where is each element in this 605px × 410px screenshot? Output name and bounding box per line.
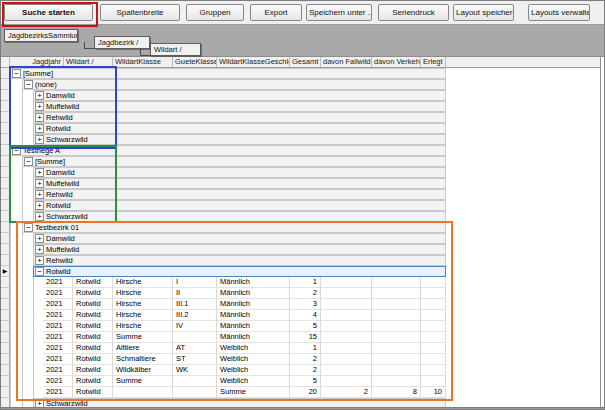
cell-wildartklassegeschlecht[interactable]: Summe bbox=[217, 387, 290, 398]
group-row-muffelwild[interactable]: +Muffelwild bbox=[1, 244, 446, 255]
cell-erlegt[interactable] bbox=[421, 277, 446, 288]
group-row-rotwild[interactable]: +Rotwild bbox=[1, 123, 446, 134]
cell-jagdjahr[interactable]: 2021 bbox=[43, 288, 73, 299]
expand-group-icon[interactable]: + bbox=[35, 179, 44, 188]
collapse-group-icon[interactable]: − bbox=[24, 157, 33, 166]
cell-davon-verkehr[interactable] bbox=[372, 310, 421, 321]
collapse-group-icon[interactable]: − bbox=[24, 80, 33, 89]
group-row-box[interactable]: +Rehwild bbox=[33, 255, 446, 266]
cell-wildartklassegeschlecht[interactable]: Weiblich bbox=[217, 376, 290, 387]
cell-davon-verkehr[interactable] bbox=[372, 288, 421, 299]
group-row-box[interactable]: +Muffelwild bbox=[33, 178, 446, 189]
cell-gueteklasse[interactable]: III.1 bbox=[173, 299, 217, 310]
cell-jagdjahr[interactable]: 2021 bbox=[43, 277, 73, 288]
expand-group-icon[interactable]: + bbox=[35, 135, 44, 144]
cell-jagdjahr[interactable]: 2021 bbox=[43, 365, 73, 376]
column-header-davon-verkehr[interactable]: davon Verkehr bbox=[372, 57, 421, 67]
cell-wildartklasse[interactable]: Hirsche bbox=[113, 321, 173, 332]
cell-gesamt[interactable]: 2 bbox=[290, 288, 321, 299]
cell-gueteklasse[interactable]: ST bbox=[173, 354, 217, 365]
group-row-box[interactable]: +Damwild bbox=[33, 167, 446, 178]
cell-jagdjahr[interactable]: 2021 bbox=[43, 354, 73, 365]
group-row-testbezirk-01[interactable]: −Testbezirk 01 bbox=[1, 222, 446, 233]
cell-davon-fallwild[interactable] bbox=[321, 299, 372, 310]
button-gruppen[interactable]: Gruppen bbox=[186, 4, 244, 21]
table-row[interactable]: 2021RotwildWildkälberWKWeiblich2 bbox=[1, 365, 446, 376]
cell-gesamt[interactable]: 4 bbox=[290, 310, 321, 321]
cell-erlegt[interactable] bbox=[421, 332, 446, 343]
cell-wildartklassegeschlecht[interactable]: Männlich bbox=[217, 299, 290, 310]
cell-wildart[interactable]: Rotwild bbox=[73, 277, 113, 288]
group-row-box[interactable]: +Rehwild bbox=[33, 189, 446, 200]
table-row[interactable]: 2021RotwildHirscheIII.2Männlich4 bbox=[1, 310, 446, 321]
cell-davon-verkehr[interactable] bbox=[372, 332, 421, 343]
cell-wildartklassegeschlecht[interactable]: Weiblich bbox=[217, 365, 290, 376]
group-row-box[interactable]: −Testbezirk 01 bbox=[22, 222, 446, 233]
cell-davon-verkehr[interactable] bbox=[372, 376, 421, 387]
expand-group-icon[interactable]: + bbox=[35, 234, 44, 243]
cell-wildartklasse[interactable]: Summe bbox=[113, 332, 173, 343]
cell-erlegt[interactable] bbox=[421, 310, 446, 321]
group-row-rotwild[interactable]: +Rotwild bbox=[1, 200, 446, 211]
column-header-erlegt[interactable]: Erlegt bbox=[421, 57, 446, 67]
expand-group-icon[interactable]: + bbox=[35, 102, 44, 111]
cell-davon-fallwild[interactable] bbox=[321, 365, 372, 376]
cell-wildart[interactable]: Rotwild bbox=[73, 376, 113, 387]
cell-gueteklasse[interactable]: AT bbox=[173, 343, 217, 354]
group-row-box[interactable]: +Muffelwild bbox=[33, 244, 446, 255]
cell-wildartklassegeschlecht[interactable]: Weiblich bbox=[217, 343, 290, 354]
button-seriendruck[interactable]: Seriendruck bbox=[378, 4, 449, 21]
cell-gesamt[interactable]: 5 bbox=[290, 321, 321, 332]
cell-wildartklasse[interactable]: Schmaltiere bbox=[113, 354, 173, 365]
group-row-box[interactable]: +Schwarzwild bbox=[33, 211, 446, 222]
cell-erlegt[interactable] bbox=[421, 343, 446, 354]
expand-group-icon[interactable]: + bbox=[35, 201, 44, 210]
group-row-box[interactable]: +Rehwild bbox=[33, 112, 446, 123]
cell-davon-fallwild[interactable] bbox=[321, 332, 372, 343]
cell-erlegt[interactable] bbox=[421, 321, 446, 332]
group-row-schwarzwild[interactable]: +Schwarzwild bbox=[1, 211, 446, 222]
group-row-box[interactable]: −[Summe] bbox=[10, 68, 446, 79]
column-header-wildart[interactable]: Wildart / bbox=[64, 57, 113, 67]
cell-wildartklassegeschlecht[interactable]: Männlich bbox=[217, 321, 290, 332]
group-row-muffelwild[interactable]: +Muffelwild bbox=[1, 101, 446, 112]
cell-erlegt[interactable]: 10 bbox=[421, 387, 446, 398]
cell-wildartklasse[interactable] bbox=[113, 387, 173, 398]
cell-davon-verkehr[interactable] bbox=[372, 343, 421, 354]
collapse-group-icon[interactable]: − bbox=[24, 223, 33, 232]
expand-group-icon[interactable]: + bbox=[35, 113, 44, 122]
cell-jagdjahr[interactable]: 2021 bbox=[43, 299, 73, 310]
group-row-summe[interactable]: −[Summe] bbox=[1, 156, 446, 167]
cell-wildart[interactable]: Rotwild bbox=[73, 387, 113, 398]
group-row-box[interactable]: −[Summe] bbox=[22, 156, 446, 167]
cell-gesamt[interactable]: 15 bbox=[290, 332, 321, 343]
cell-jagdjahr[interactable]: 2021 bbox=[43, 321, 73, 332]
cell-wildart[interactable]: Rotwild bbox=[73, 299, 113, 310]
cell-wildartklassegeschlecht[interactable]: Männlich bbox=[217, 332, 290, 343]
cell-jagdjahr[interactable]: 2021 bbox=[43, 387, 73, 398]
cell-erlegt[interactable] bbox=[421, 288, 446, 299]
collapse-group-icon[interactable]: − bbox=[12, 69, 21, 78]
cell-erlegt[interactable] bbox=[421, 365, 446, 376]
cell-gueteklasse[interactable]: I bbox=[173, 277, 217, 288]
cell-jagdjahr[interactable]: 2021 bbox=[43, 332, 73, 343]
cell-wildart[interactable]: Rotwild bbox=[73, 310, 113, 321]
button-layout-speichern[interactable]: Layout speichern bbox=[453, 4, 514, 21]
cell-davon-verkehr[interactable] bbox=[372, 365, 421, 376]
column-header-wildartklassegeschlecht[interactable]: WildartKlasseGeschlecht bbox=[217, 57, 290, 67]
collapse-group-icon[interactable]: − bbox=[12, 146, 21, 155]
group-chip-jagdbezirkssammlung[interactable]: JagdbezirksSammlung / bbox=[4, 29, 78, 42]
cell-davon-fallwild[interactable]: 2 bbox=[321, 387, 372, 398]
cell-gueteklasse[interactable] bbox=[173, 332, 217, 343]
group-row-box[interactable]: −Rotwild bbox=[33, 266, 446, 277]
button-suche-starten[interactable]: Suche starten bbox=[4, 4, 93, 21]
column-header-jagdjahr[interactable]: Jagdjahr bbox=[10, 57, 64, 67]
group-row-box[interactable]: +Rotwild bbox=[33, 200, 446, 211]
cell-wildartklasse[interactable]: Alttiere bbox=[113, 343, 173, 354]
table-row[interactable]: 2021RotwildSchmaltiereSTWeiblich2 bbox=[1, 354, 446, 365]
expand-group-icon[interactable]: + bbox=[35, 168, 44, 177]
cell-gesamt[interactable]: 2 bbox=[290, 365, 321, 376]
cell-davon-verkehr[interactable]: 8 bbox=[372, 387, 421, 398]
cell-wildartklassegeschlecht[interactable]: Männlich bbox=[217, 277, 290, 288]
expand-group-icon[interactable]: + bbox=[35, 124, 44, 133]
